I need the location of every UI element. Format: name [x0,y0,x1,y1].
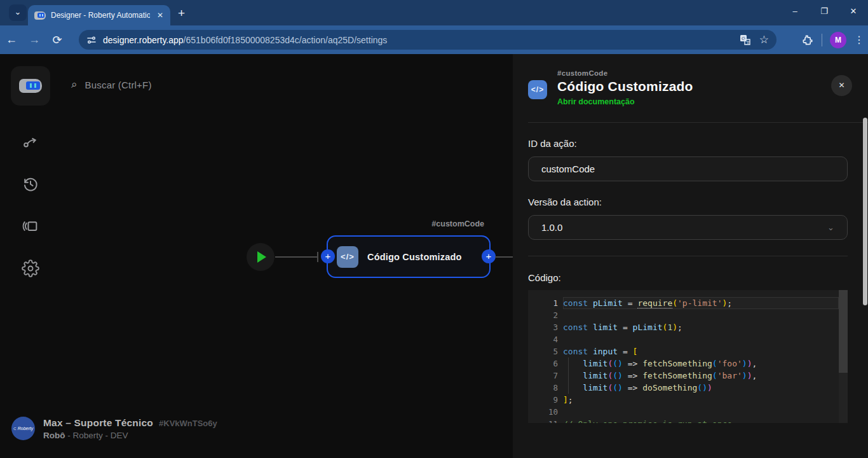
code-text [563,333,839,345]
indent-guide [568,357,569,394]
minimize-button[interactable]: – [780,0,810,23]
user-id: #KVkWnTSo6y [159,419,217,428]
user-subtitle: Robô - Roberty - DEV [43,431,217,440]
roberty-logo[interactable] [11,66,50,106]
panel-title: Código Customizado [557,79,693,94]
sidebar-item-history[interactable] [22,175,39,193]
code-line[interactable]: 7 limit(() => fetchSomething('bar')), [528,370,848,382]
open-docs-link[interactable]: Abrir documentação [557,97,693,106]
panel-close-button[interactable]: ✕ [831,75,852,96]
version-label: Versão da action: [528,197,848,207]
node-label: Código Customizado [367,252,462,262]
bookmark-star-icon[interactable]: ☆ [759,33,769,46]
version-value: 1.0.0 [541,222,562,233]
search-placeholder: Buscar (Ctrl+F) [85,80,152,90]
line-number: 4 [528,333,563,345]
tab-close-icon[interactable]: ✕ [155,11,165,20]
browser-window: ⌄ Designer - Roberty Automation ✕ + – ❐ … [0,0,868,458]
line-number: 10 [528,406,563,418]
reload-button[interactable]: ⟳ [46,33,69,47]
code-text: const input = [ [563,345,839,357]
panel-scrollbar-thumb[interactable] [863,118,867,305]
action-settings-panel: </> #customCode Código Customizado Abrir… [513,54,868,458]
code-line[interactable]: 6 limit(() => fetchSomething('foo')), [528,357,848,370]
line-number: 1 [528,297,563,309]
code-editor[interactable]: 1const pLimit = require('p-limit');23con… [528,290,848,423]
code-line[interactable]: 10 [528,406,848,418]
url-text[interactable]: designer.roberty.app/651b06fd0f185000082… [103,35,733,45]
extensions-icon[interactable] [801,34,814,46]
line-number: 7 [528,370,563,382]
user-info[interactable]: ⊂ Roberty Max – Suporte Técnico #KVkWnTS… [11,417,217,440]
designer-app: ⌕ Buscar (Ctrl+F) [0,54,868,458]
version-select[interactable]: 1.0.0 ⌄ [528,215,848,240]
overflow-menu-icon[interactable]: ⋮ [854,34,863,46]
user-avatar: ⊂ Roberty [11,417,35,440]
play-icon [257,251,266,263]
flow-canvas[interactable]: ⌕ Buscar (Ctrl+F) [0,54,513,458]
code-text: limit(() => fetchSomething('bar')), [563,370,839,382]
connector-endcap [317,252,318,262]
code-line[interactable]: 11// Only one promise is run at once [528,418,848,423]
robot-icon [19,79,42,93]
code-line[interactable]: 2 [528,309,848,321]
line-number: 11 [528,418,563,423]
line-number: 2 [528,309,563,321]
custom-code-node[interactable]: </> Código Customizado [327,235,491,278]
code-text: limit(() => fetchSomething('foo')), [563,357,839,370]
code-text: const limit = pLimit(1); [563,321,839,333]
new-tab-button[interactable]: + [178,6,185,20]
line-number: 6 [528,357,563,370]
run-flow-button[interactable] [247,243,275,271]
connector-wire [275,256,318,258]
code-lines: 1const pLimit = require('p-limit');23con… [528,290,848,423]
code-icon: </> [528,80,547,99]
svg-text:文: 文 [746,40,750,45]
editor-scrollbar[interactable] [839,290,848,423]
action-tag: #customCode [557,69,693,77]
tab-search-button[interactable]: ⌄ [9,4,27,21]
tab-strip: ⌄ Designer - Roberty Automation ✕ + – ❐ … [0,0,868,25]
code-text [563,309,839,321]
maximize-button[interactable]: ❐ [810,0,839,23]
back-button[interactable]: ← [0,33,23,46]
code-icon: </> [337,246,358,268]
translate-icon[interactable]: G 文 [740,34,750,45]
active-tab[interactable]: Designer - Roberty Automation ✕ [28,5,170,25]
code-line[interactable]: 8 limit(() => doSomething()) [528,382,848,394]
address-bar[interactable]: designer.roberty.app/651b06fd0f185000082… [79,30,776,50]
node-input-port[interactable]: + [321,249,335,263]
line-number: 9 [528,394,563,406]
profile-avatar[interactable]: M [830,32,846,48]
robot-glyph-icon: ⊂ [13,426,17,431]
window-close-button[interactable]: ✕ [839,0,868,23]
toolbar-separator [822,34,822,46]
editor-scrollbar-thumb[interactable] [839,290,848,373]
sidebar-item-flow[interactable] [22,133,39,151]
action-id-input[interactable] [528,156,848,181]
node-tag: #customCode [327,219,484,228]
canvas-search[interactable]: ⌕ Buscar (Ctrl+F) [71,78,152,91]
forward-button[interactable]: → [23,33,46,46]
chevron-down-icon: ⌄ [827,223,834,232]
code-text: limit(() => doSomething()) [563,382,839,394]
code-line[interactable]: 4 [528,333,848,345]
site-settings-icon[interactable] [86,35,97,45]
code-line[interactable]: 1const pLimit = require('p-limit'); [528,297,848,309]
code-line[interactable]: 9]; [528,394,848,406]
code-text: const pLimit = require('p-limit'); [563,297,839,309]
search-icon: ⌕ [71,78,78,91]
code-section-label: Código: [513,256,868,283]
line-number: 8 [528,382,563,394]
tab-title: Designer - Roberty Automation [51,11,150,20]
code-line[interactable]: 5const input = [ [528,345,848,357]
code-text: ]; [563,394,839,406]
action-id-label: ID da ação: [528,138,848,149]
sidebar-item-settings[interactable] [22,260,39,277]
user-name: Max – Suporte Técnico [43,417,153,429]
line-number: 5 [528,345,563,357]
browser-toolbar: ← → ⟳ designer.roberty.app/651b06fd0f185… [0,25,868,54]
node-output-port[interactable]: + [482,249,496,263]
sidebar-item-versions[interactable] [22,217,39,235]
code-line[interactable]: 3const limit = pLimit(1); [528,321,848,333]
